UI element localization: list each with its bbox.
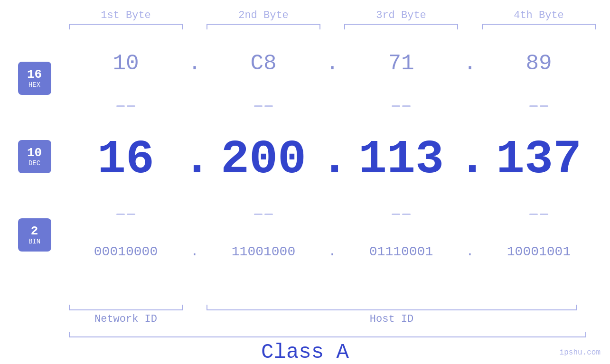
- eq-line: [402, 105, 411, 107]
- bottom-bracket-network: [69, 305, 183, 310]
- eq-line: [529, 214, 538, 215]
- id-labels: Network ID Host ID: [69, 313, 610, 325]
- dec-byte4: 137: [496, 133, 582, 187]
- hex-row: 10 . C8 . 71 . 89: [69, 51, 610, 76]
- network-id-label: Network ID: [94, 313, 157, 325]
- bottom-bracket-host: [206, 305, 577, 310]
- dec-dot3: .: [458, 136, 482, 184]
- bin-byte4: 10001001: [507, 244, 571, 259]
- hex-byte2: C8: [250, 51, 276, 76]
- hex-dot1: .: [183, 51, 206, 76]
- hex-badge: 16 HEX: [18, 62, 51, 95]
- hex-byte1: 10: [113, 51, 139, 76]
- outer-bracket: [69, 332, 610, 337]
- equals-row-1: [69, 105, 610, 107]
- eq-line: [402, 214, 411, 215]
- hex-dot3: .: [458, 51, 482, 76]
- dec-row: 16 . 200 . 113 . 137: [69, 136, 610, 184]
- dec-byte3: 113: [358, 133, 444, 187]
- dec-dot1: .: [183, 136, 206, 184]
- dec-dot2: .: [320, 136, 344, 184]
- eq-line: [540, 214, 548, 215]
- bin-badge: 2 BIN: [18, 218, 51, 252]
- eq-line: [127, 105, 135, 107]
- eq-line: [116, 214, 125, 215]
- eq-line: [540, 105, 548, 107]
- eq-line: [264, 214, 273, 215]
- bin-row: 00010000 . 11001000 . 01110001 . 1000100…: [69, 244, 610, 259]
- eq-line: [127, 214, 135, 215]
- bin-dot3: .: [458, 244, 482, 259]
- eq-line: [529, 105, 538, 107]
- eq-line: [254, 105, 263, 107]
- host-id-label: Host ID: [370, 313, 413, 325]
- main-layout: 1st Byte 2nd Byte 3rd Byte 4th Byte 16 H…: [0, 0, 610, 364]
- bin-byte1: 00010000: [94, 244, 158, 259]
- equals-row-2: [69, 214, 610, 215]
- bin-byte2: 11001000: [232, 244, 295, 259]
- bin-dot1: .: [183, 244, 206, 259]
- class-label: Class A: [261, 340, 349, 364]
- top-bracket-1: [69, 24, 183, 29]
- byte2-header: 2nd Byte: [238, 9, 289, 21]
- eq-line: [392, 105, 400, 107]
- bin-dot2: .: [320, 244, 344, 259]
- hex-byte3: 71: [388, 51, 414, 76]
- watermark: ipshu.com: [560, 348, 601, 357]
- dec-byte2: 200: [221, 133, 306, 187]
- eq-line: [254, 214, 263, 215]
- byte4-header: 4th Byte: [514, 9, 564, 21]
- byte1-header: 1st Byte: [101, 9, 151, 21]
- eq-line: [264, 105, 273, 107]
- hex-byte4: 89: [526, 51, 552, 76]
- class-label-container: Class A: [0, 340, 610, 364]
- dec-byte1: 16: [97, 133, 154, 187]
- dec-badge: 10 DEC: [18, 140, 51, 173]
- eq-line: [392, 214, 400, 215]
- top-bracket-3: [344, 24, 458, 29]
- eq-line: [116, 105, 125, 107]
- bottom-brackets: [69, 305, 610, 310]
- byte3-header: 3rd Byte: [376, 9, 426, 21]
- top-bracket-2: [206, 24, 320, 29]
- bin-byte3: 01110001: [369, 244, 433, 259]
- hex-dot2: .: [320, 51, 344, 76]
- top-bracket-4: [482, 24, 596, 29]
